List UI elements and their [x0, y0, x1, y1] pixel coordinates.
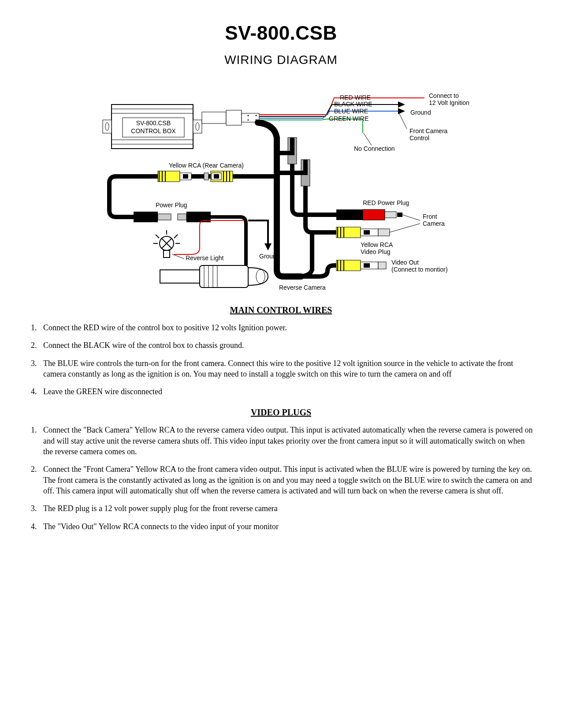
- svg-rect-38: [178, 214, 186, 220]
- video-out-icon: [336, 260, 386, 271]
- list-item: Leave the GREEN wire disconnected: [39, 386, 536, 397]
- svg-rect-26: [204, 173, 208, 180]
- svg-rect-13: [226, 110, 242, 125]
- main-control-wires-heading: MAIN CONTROL WIRES: [26, 305, 536, 315]
- svg-line-64: [402, 215, 420, 220]
- svg-rect-37: [158, 214, 171, 220]
- svg-rect-52: [200, 265, 248, 287]
- ground-label: Ground: [410, 109, 431, 116]
- reverse-camera-label: Reverse Camera: [279, 284, 326, 291]
- control-box-icon: SV-800.CSB CONTROL BOX: [103, 105, 202, 149]
- svg-point-6: [105, 123, 109, 131]
- svg-rect-65: [336, 227, 361, 238]
- video-out-label-2: (Connect to montior): [391, 266, 448, 273]
- svg-rect-51: [160, 270, 200, 283]
- svg-rect-63: [397, 213, 402, 217]
- list-item: Connect the RED wire of the control box …: [39, 322, 536, 333]
- reverse-light-icon: [153, 230, 180, 258]
- video-plugs-list: Connect the "Back Camera" Yellow RCA to …: [26, 425, 536, 531]
- yellow-rca-video-label-2: Video Plug: [361, 248, 390, 255]
- red-power-plug-icon: [336, 209, 402, 220]
- svg-point-17: [247, 119, 249, 121]
- svg-rect-67: [364, 230, 370, 235]
- document-subtitle: WIRING DIAGRAM: [26, 53, 536, 67]
- svg-rect-76: [378, 262, 386, 269]
- svg-point-57: [256, 269, 265, 284]
- svg-rect-36: [134, 212, 158, 222]
- svg-marker-19: [398, 101, 405, 108]
- yellow-rca-video-label-1: Yellow RCA: [361, 241, 393, 248]
- ground2-label: Ground: [259, 253, 280, 260]
- list-item: The RED plug is a 12 volt power supply p…: [39, 503, 536, 514]
- front-cam-ctrl-2: Control: [409, 134, 429, 142]
- video-plugs-heading: VIDEO PLUGS: [26, 407, 536, 418]
- red-wire-dest-1: Connect to: [429, 92, 459, 99]
- red-wire-dest-2: 12 Volt Ignition: [429, 99, 469, 106]
- svg-text:SV-800.CSB: SV-800.CSB: [136, 119, 171, 127]
- svg-rect-23: [158, 171, 180, 182]
- black-wire-label: BLACK WIRE: [334, 101, 372, 108]
- blue-wire-label: BLUE WIRE: [334, 108, 368, 115]
- wiring-diagram: SV-800.CSB CONTROL BOX RED WIRE BLACK WI…: [89, 80, 473, 292]
- no-connection-label: No Connection: [354, 145, 395, 152]
- yellow-rca-rear-label: Yellow RCA (Rear Camera): [169, 162, 244, 169]
- front-cam-ctrl-1: Front Camera: [409, 127, 448, 134]
- svg-rect-60: [336, 209, 363, 220]
- svg-rect-43: [164, 250, 170, 258]
- svg-rect-29: [214, 174, 219, 179]
- list-item: Connect the BLACK wire of the control bo…: [39, 340, 536, 351]
- svg-line-45: [156, 235, 159, 238]
- svg-line-72: [389, 224, 420, 232]
- list-item: The "Video Out" Yellow RCA connects to t…: [39, 521, 536, 532]
- green-wire-label: GREEN WIRE: [329, 115, 368, 122]
- power-plug-label: Power Plug: [156, 202, 187, 209]
- svg-rect-68: [378, 229, 390, 236]
- front-camera-label-1: Front: [423, 213, 437, 220]
- front-camera-label-2: Camera: [423, 220, 445, 227]
- svg-rect-61: [363, 209, 385, 220]
- list-item: Connect the "Front Camera" Yellow RCA to…: [39, 464, 536, 496]
- svg-line-22: [364, 133, 372, 146]
- svg-line-21: [398, 111, 407, 129]
- list-item: Connect the "Back Camera" Yellow RCA to …: [39, 425, 536, 457]
- main-control-wires-list: Connect the RED wire of the control box …: [26, 322, 536, 397]
- yellow-rca-video-icon: [336, 227, 390, 238]
- video-out-label-1: Video Out: [391, 259, 419, 266]
- svg-line-46: [174, 235, 178, 238]
- document-title: SV-800.CSB: [26, 22, 536, 44]
- red-power-plug-label: RED Power Plug: [363, 199, 409, 206]
- svg-rect-73: [336, 260, 361, 271]
- svg-point-8: [196, 123, 199, 131]
- list-item: The BLUE wire controls the turn-on for t…: [39, 358, 536, 380]
- svg-marker-50: [264, 243, 272, 250]
- svg-text:CONTROL BOX: CONTROL BOX: [131, 127, 176, 134]
- svg-rect-62: [385, 212, 396, 218]
- power-plug-icon: [134, 212, 211, 222]
- svg-rect-12: [202, 112, 226, 123]
- svg-point-15: [247, 115, 249, 116]
- red-wire-label: RED WIRE: [340, 94, 371, 101]
- reverse-camera-icon: [160, 265, 268, 287]
- svg-rect-25: [183, 174, 188, 179]
- reverse-light-label: Reverse Light: [186, 254, 223, 261]
- svg-point-16: [255, 115, 257, 116]
- svg-rect-75: [364, 263, 370, 268]
